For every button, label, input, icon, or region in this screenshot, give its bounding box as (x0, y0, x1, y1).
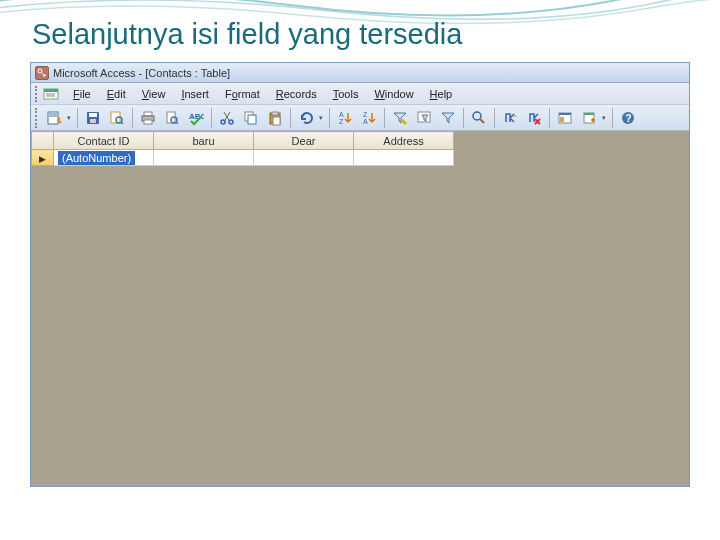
database-window-button[interactable] (554, 107, 576, 129)
print-preview-button[interactable] (161, 107, 183, 129)
menu-format[interactable]: Format (217, 86, 268, 102)
svg-rect-34 (559, 113, 571, 115)
help-button[interactable]: ? (617, 107, 639, 129)
find-button[interactable] (468, 107, 490, 129)
current-record-indicator: ▶ (39, 154, 46, 164)
select-all-corner[interactable] (32, 132, 54, 150)
svg-rect-2 (44, 89, 58, 92)
svg-point-20 (229, 120, 233, 124)
svg-line-11 (121, 122, 123, 124)
datasheet-area: Contact ID baru Dear Address ▶ (AutoNumb… (31, 131, 689, 486)
svg-text:A: A (339, 111, 344, 118)
menu-edit[interactable]: Edit (99, 86, 134, 102)
separator (77, 108, 78, 128)
svg-point-19 (221, 120, 225, 124)
undo-dropdown[interactable]: ▾ (317, 114, 325, 122)
print-button[interactable] (137, 107, 159, 129)
svg-rect-12 (144, 112, 152, 116)
separator (612, 108, 613, 128)
column-header-baru[interactable]: baru (154, 132, 254, 150)
delete-record-button[interactable] (523, 107, 545, 129)
new-record-button[interactable] (499, 107, 521, 129)
svg-rect-35 (560, 117, 564, 122)
slide-title: Selanjutnya isi field yang tersedia (32, 18, 462, 51)
menu-help[interactable]: Help (422, 86, 461, 102)
sort-desc-button[interactable]: ZA (358, 107, 380, 129)
separator (384, 108, 385, 128)
apply-filter-button[interactable] (437, 107, 459, 129)
autonumber-value: (AutoNumber) (58, 151, 135, 165)
view-dropdown[interactable]: ▾ (65, 114, 73, 122)
table-row[interactable]: ▶ (AutoNumber) (32, 150, 454, 166)
menu-tools[interactable]: Tools (325, 86, 367, 102)
cell-baru[interactable] (154, 150, 254, 166)
separator (463, 108, 464, 128)
cell-dear[interactable] (254, 150, 354, 166)
new-object-button[interactable] (578, 107, 600, 129)
svg-rect-37 (584, 113, 594, 115)
save-button[interactable] (82, 107, 104, 129)
window-title: Microsoft Access - [Contacts : Table] (53, 67, 230, 79)
menu-view[interactable]: View (134, 86, 174, 102)
menubar-handle[interactable] (35, 86, 39, 102)
toolbar: ▾ ABC ▾ AZ ZA (31, 105, 689, 131)
new-object-dropdown[interactable]: ▾ (600, 114, 608, 122)
header-row: Contact ID baru Dear Address (32, 132, 454, 150)
svg-rect-22 (248, 115, 256, 124)
svg-line-32 (480, 119, 484, 123)
access-app-icon (35, 66, 49, 80)
svg-point-0 (38, 69, 42, 73)
cell-contact-id[interactable]: (AutoNumber) (54, 150, 154, 166)
toolbar-handle[interactable] (35, 108, 39, 128)
svg-line-17 (176, 122, 178, 124)
svg-text:ABC: ABC (189, 112, 204, 121)
column-header-contact-id[interactable]: Contact ID (54, 132, 154, 150)
svg-text:?: ? (626, 113, 632, 124)
separator (494, 108, 495, 128)
svg-rect-24 (272, 112, 278, 115)
separator (549, 108, 550, 128)
menu-insert[interactable]: Insert (173, 86, 217, 102)
svg-point-31 (473, 112, 481, 120)
row-selector[interactable]: ▶ (32, 150, 54, 166)
separator (132, 108, 133, 128)
separator (211, 108, 212, 128)
svg-rect-7 (89, 113, 97, 117)
separator (290, 108, 291, 128)
control-menu-icon[interactable] (43, 87, 59, 101)
svg-text:Z: Z (339, 118, 344, 125)
titlebar: Microsoft Access - [Contacts : Table] (31, 63, 689, 83)
undo-button[interactable] (295, 107, 317, 129)
spelling-button[interactable]: ABC (185, 107, 207, 129)
svg-rect-14 (144, 120, 152, 124)
datasheet-table: Contact ID baru Dear Address ▶ (AutoNumb… (31, 131, 454, 166)
filter-selection-button[interactable] (389, 107, 411, 129)
menu-window[interactable]: Window (366, 86, 421, 102)
column-header-dear[interactable]: Dear (254, 132, 354, 150)
filter-form-button[interactable] (413, 107, 435, 129)
cell-address[interactable] (354, 150, 454, 166)
column-header-address[interactable]: Address (354, 132, 454, 150)
cut-button[interactable] (216, 107, 238, 129)
access-window: Microsoft Access - [Contacts : Table] Fi… (30, 62, 690, 487)
svg-text:A: A (363, 118, 368, 125)
paste-button[interactable] (264, 107, 286, 129)
file-search-button[interactable] (106, 107, 128, 129)
menu-records[interactable]: Records (268, 86, 325, 102)
svg-rect-8 (90, 119, 96, 123)
svg-rect-25 (273, 117, 280, 125)
menu-file[interactable]: File (65, 86, 99, 102)
menubar: File Edit View Insert Format Records Too… (31, 83, 689, 105)
empty-datasheet-area (31, 166, 689, 486)
copy-button[interactable] (240, 107, 262, 129)
separator (329, 108, 330, 128)
view-button[interactable] (43, 107, 65, 129)
sort-asc-button[interactable]: AZ (334, 107, 356, 129)
svg-text:Z: Z (363, 111, 368, 118)
